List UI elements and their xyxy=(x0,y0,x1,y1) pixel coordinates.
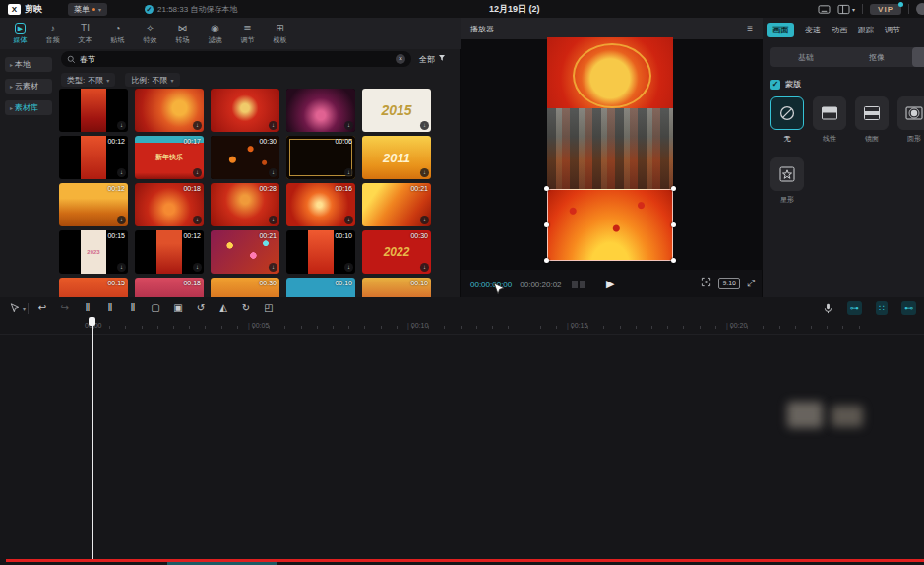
ribbon-tab-转场[interactable]: ⋈转场 xyxy=(166,23,199,45)
vip-badge[interactable]: VIP xyxy=(870,4,901,15)
tab-动画[interactable]: 动画 xyxy=(832,25,847,35)
segment-蒙版[interactable]: 蒙版 xyxy=(912,47,924,67)
selection-handle[interactable] xyxy=(544,186,549,191)
delete-left-button[interactable]: Ⅱ xyxy=(104,301,116,315)
mask-option-镜面[interactable]: 镜面 xyxy=(855,96,889,144)
fullscreen-icon[interactable]: ⤢ xyxy=(747,278,755,289)
sidebar-item-素材库[interactable]: ▸素材库 xyxy=(5,100,52,115)
download-icon[interactable]: ↓ xyxy=(420,216,429,224)
media-thumbnail[interactable]: 00:18 xyxy=(135,278,204,297)
delete-button[interactable]: ▢ xyxy=(150,301,161,315)
mask-option-圆形[interactable]: 圆形 xyxy=(897,96,924,144)
media-thumbnail[interactable]: 00:30↓ xyxy=(211,136,279,179)
segment-基础[interactable]: 基础 xyxy=(770,47,841,67)
freeze-frame-button[interactable]: ▣ xyxy=(172,301,184,315)
media-thumbnail[interactable]: 00:12↓ xyxy=(59,183,128,226)
download-icon[interactable]: ↓ xyxy=(269,121,277,130)
sidebar-item-云素材[interactable]: ▸云素材 xyxy=(5,79,52,94)
tab-跟踪[interactable]: 跟踪 xyxy=(858,25,874,35)
mask-option-星形[interactable]: 星形 xyxy=(770,157,804,205)
search-scope-button[interactable]: 全部 xyxy=(419,54,446,65)
filter-dropdown[interactable]: 比例:不限▾ xyxy=(125,73,179,87)
media-thumbnail[interactable]: 202200:30↓ xyxy=(362,230,431,274)
media-thumbnail[interactable]: ↓ xyxy=(59,89,128,132)
media-thumbnail[interactable]: 2011↓ xyxy=(362,136,431,179)
media-thumbnail[interactable]: 00:21↓ xyxy=(362,183,431,226)
playhead-handle[interactable] xyxy=(89,317,95,326)
menu-button[interactable]: 菜单 ▾ xyxy=(68,3,107,16)
search-input[interactable]: 春节 × xyxy=(61,51,411,67)
media-thumbnail[interactable]: 00:21↓ xyxy=(211,230,279,274)
mask-option-线性[interactable]: 线性 xyxy=(813,96,846,144)
ribbon-tab-滤镜[interactable]: ◉滤镜 xyxy=(199,23,231,45)
aspect-ratio-badge[interactable]: 9:16 xyxy=(718,278,740,289)
tab-变速[interactable]: 变速 xyxy=(805,25,821,35)
preview-axis-toggle[interactable]: ⊷ xyxy=(901,301,916,315)
download-icon[interactable]: ↓ xyxy=(344,263,353,272)
media-thumbnail[interactable]: 00:10 xyxy=(286,278,355,297)
rotate-button[interactable]: ↻ xyxy=(240,301,252,315)
download-icon[interactable]: ↓ xyxy=(117,168,126,177)
reverse-button[interactable]: ↺ xyxy=(195,301,207,315)
preview-section-fire[interactable] xyxy=(547,189,673,261)
download-icon[interactable]: ↓ xyxy=(117,263,126,272)
download-icon[interactable]: ↓ xyxy=(193,216,202,224)
shortcut-keyboard-icon[interactable] xyxy=(818,4,831,15)
selection-handle[interactable] xyxy=(671,186,676,191)
download-icon[interactable]: ↓ xyxy=(344,121,353,130)
crop-button[interactable]: ◰ xyxy=(263,301,275,315)
download-icon[interactable]: ↓ xyxy=(193,263,202,272)
ribbon-tab-音频[interactable]: ♪音频 xyxy=(36,23,69,45)
ribbon-tab-模板[interactable]: ⊞模板 xyxy=(264,23,296,45)
play-button[interactable]: ▶ xyxy=(606,278,614,290)
mirror-button[interactable]: ◭ xyxy=(217,301,229,315)
download-icon[interactable]: ↓ xyxy=(344,216,353,224)
media-thumbnail[interactable]: 00:10 xyxy=(362,278,431,297)
undo-button[interactable]: ↩ xyxy=(36,301,48,315)
clear-search-icon[interactable]: × xyxy=(396,54,405,64)
download-icon[interactable]: ↓ xyxy=(420,168,429,177)
download-icon[interactable]: ↓ xyxy=(420,121,429,130)
delete-right-button[interactable]: Ⅱ xyxy=(127,301,139,315)
download-icon[interactable]: ↓ xyxy=(344,168,353,177)
download-icon[interactable]: ↓ xyxy=(420,263,429,272)
download-icon[interactable]: ↓ xyxy=(193,168,202,177)
sidebar-item-本地[interactable]: ▸本地 xyxy=(5,57,52,72)
media-thumbnail[interactable]: 00:12↓ xyxy=(59,136,128,179)
player-menu-icon[interactable]: ≡ xyxy=(747,24,753,33)
media-thumbnail[interactable]: 00:12↓ xyxy=(135,230,204,274)
ribbon-tab-贴纸[interactable]: ◔贴纸 xyxy=(101,23,134,45)
ribbon-tab-特效[interactable]: ✧特效 xyxy=(134,23,166,45)
media-thumbnail[interactable]: 00:16↓ xyxy=(286,183,355,226)
media-thumbnail[interactable]: 2015↓ xyxy=(362,89,431,132)
filter-dropdown[interactable]: 类型:不限▾ xyxy=(61,73,115,87)
media-thumbnail[interactable]: 202300:15↓ xyxy=(59,230,128,274)
media-thumbnail[interactable]: 00:18↓ xyxy=(135,183,204,226)
selection-handle[interactable] xyxy=(544,258,549,263)
mask-enabled-checkbox[interactable]: ✓ xyxy=(770,80,780,90)
media-thumbnail[interactable]: ↓ xyxy=(135,89,204,132)
download-icon[interactable]: ↓ xyxy=(269,168,277,177)
snap-toggle[interactable]: ⊶ xyxy=(847,301,862,315)
media-thumbnail[interactable]: ↓ xyxy=(211,89,279,132)
preview-stage[interactable] xyxy=(461,39,763,270)
fit-focus-icon[interactable] xyxy=(701,277,711,290)
tab-调节[interactable]: 调节 xyxy=(885,25,900,35)
redo-button[interactable]: ↪ xyxy=(59,301,71,315)
selection-handle[interactable] xyxy=(671,222,676,227)
tab-画面[interactable]: 画面 xyxy=(767,23,794,37)
mask-option-无[interactable]: 无 xyxy=(770,96,804,144)
layout-switch-icon[interactable]: ▾ xyxy=(837,4,855,15)
ribbon-tab-媒体[interactable]: ▶媒体 xyxy=(4,23,36,45)
split-button[interactable]: Ⅱ xyxy=(82,301,93,315)
media-thumbnail[interactable]: 00:10↓ xyxy=(286,230,355,274)
download-icon[interactable]: ↓ xyxy=(269,263,277,272)
media-thumbnail[interactable]: 00:28↓ xyxy=(211,183,279,226)
ribbon-tab-文本[interactable]: TI文本 xyxy=(69,23,101,45)
timeline-ruler[interactable]: 00:00|00:05|00:10|00:15|00:20 xyxy=(0,319,924,335)
playhead-line[interactable] xyxy=(92,319,93,559)
select-tool[interactable] xyxy=(8,303,20,314)
download-icon[interactable]: ↓ xyxy=(193,121,202,130)
avatar[interactable] xyxy=(916,3,924,15)
media-thumbnail[interactable]: 00:15 xyxy=(59,278,128,297)
